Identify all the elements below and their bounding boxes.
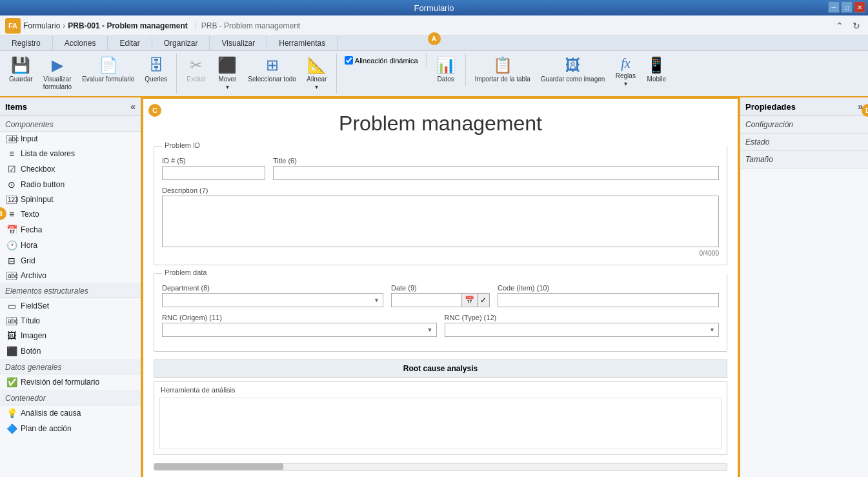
sidebar-item-grid[interactable]: ⊟ Grid [0, 253, 141, 269]
ribbon-group-visualizar: 📊 Datos [432, 54, 466, 86]
restore-button[interactable]: □ [841, 1, 853, 13]
mobile-button[interactable]: 📱 Mobile [642, 54, 671, 86]
description-label: Description (7) [162, 187, 719, 194]
sidebar-right-header: Propiedades » [740, 97, 868, 116]
grid-icon: ⊟ [6, 256, 17, 266]
collapse-breadcrumb-button[interactable]: ⌃ [833, 19, 846, 32]
sidebar-item-imagen-label: Imagen [21, 331, 46, 340]
breadcrumb-current: PRB-001 - Problem management [68, 21, 187, 30]
mobile-label: Mobile [647, 76, 666, 83]
sidebar-item-hora[interactable]: 🕐 Hora [0, 238, 141, 253]
sidebar-item-input[interactable]: abc Input [0, 132, 141, 146]
sidebar-item-archivo-label: Archivo [21, 271, 46, 280]
seleccionar-todo-button[interactable]: ⊞ Seleccionar todo [244, 54, 300, 86]
title-input[interactable] [273, 166, 719, 180]
input-icon: abc [6, 135, 17, 143]
id-label: ID # (5) [162, 157, 265, 165]
sidebar-item-boton-label: Botón [21, 347, 41, 356]
field-rnc-type: RNC (Type) (12) [445, 314, 720, 337]
date-clear-button[interactable]: ✓ [478, 293, 490, 307]
sidebar-item-imagen[interactable]: 🖼 Imagen [0, 328, 141, 343]
alineacion-dinamica-checkbox-wrap[interactable]: Alineación dinámica [345, 56, 418, 65]
breadcrumb-actions: ⌃ ↻ [833, 19, 863, 32]
root-cause-title: Root cause analysis [403, 364, 478, 373]
alinear-button[interactable]: 📐 Alinear▾ [303, 54, 331, 94]
configuracion-label: Configuración [745, 120, 793, 129]
tab-organizar[interactable]: Organizar [152, 36, 210, 50]
alineacion-dinamica-checkbox[interactable] [345, 56, 353, 65]
queries-button[interactable]: 🗄 Queries [141, 54, 171, 86]
sidebar-item-hora-label: Hora [21, 241, 37, 250]
sidebar-item-spininput[interactable]: 123 SpinInput [0, 192, 141, 207]
ribbon-group-registro: 💾 Guardar ▶ Visualizarformulario 📄 Evalu… [5, 54, 177, 94]
horizontal-scrollbar[interactable] [154, 463, 727, 471]
importar-tabla-label: Importar de la tabla [475, 76, 530, 83]
sidebar-item-texto[interactable]: ≡ Texto [0, 207, 141, 222]
section-datos-generales-title: Datos generales [0, 359, 141, 374]
tab-herramientas[interactable]: Herramientas [267, 36, 338, 50]
root-cause-header: Root cause analysis [154, 360, 727, 378]
sidebar-item-archivo[interactable]: abc Archivo [0, 269, 141, 283]
sidebar-item-plan-accion[interactable]: 🔷 Plan de acción [0, 421, 141, 436]
checkbox-icon: ☑ [6, 164, 17, 174]
evaluar-formulario-button[interactable]: 📄 Evaluar formulario [78, 54, 138, 86]
date-input[interactable] [391, 293, 462, 307]
sidebar-item-boton[interactable]: ⬛ Botón [0, 343, 141, 359]
sidebar-right-tamano[interactable]: Tamaño [740, 151, 868, 168]
scissors-icon: ✂ [190, 56, 203, 74]
ribbon-content: 💾 Guardar ▶ Visualizarformulario 📄 Evalu… [0, 51, 868, 96]
datos-label: Datos [438, 76, 454, 83]
rnc-type-select[interactable] [445, 323, 720, 337]
datos-icon: 📊 [436, 56, 456, 74]
ribbon-group-herramientas: 📋 Importar de la tabla 🖼 Guardar como im… [471, 54, 676, 90]
guardar-imagen-button[interactable]: 🖼 Guardar como imagen [537, 54, 609, 86]
id-input[interactable] [162, 166, 265, 180]
description-textarea[interactable] [162, 196, 719, 247]
excluir-button[interactable]: ✂ Excluir [182, 54, 210, 86]
department-select[interactable] [162, 293, 383, 307]
visualizar-formulario-button[interactable]: ▶ Visualizarformulario [39, 54, 76, 94]
analysis-content-area[interactable] [159, 398, 722, 449]
tab-visualizar[interactable]: Visualizar [210, 36, 267, 50]
form-canvas: C Problem management Problem ID ID # (5)… [142, 97, 739, 477]
tab-registro[interactable]: Registro [0, 36, 53, 50]
date-label: Date (9) [391, 284, 490, 292]
sidebar-item-fieldset[interactable]: ▭ FieldSet [0, 298, 141, 314]
section-contenedor-title: Contenedor [0, 390, 141, 405]
field-title: Title (6) [273, 157, 719, 180]
importar-tabla-button[interactable]: 📋 Importar de la tabla [471, 54, 534, 86]
sidebar-item-revision[interactable]: ✅ Revisión del formulario [0, 374, 141, 390]
datos-button[interactable]: 📊 Datos [432, 54, 460, 86]
tab-editar[interactable]: Editar [108, 36, 152, 50]
sidebar-item-checkbox[interactable]: ☑ Checkbox [0, 161, 141, 177]
reglas-button[interactable]: fx Reglas▾ [611, 54, 640, 90]
seleccionar-todo-label: Seleccionar todo [248, 76, 296, 83]
revision-icon: ✅ [6, 377, 17, 387]
mover-button[interactable]: ⬛ Mover▾ [213, 54, 241, 94]
rnc-type-select-wrap [445, 323, 720, 337]
rnc-origem-select[interactable] [162, 323, 437, 337]
sidebar-item-checkbox-label: Checkbox [21, 165, 55, 174]
date-calendar-button[interactable]: 📅 [462, 293, 478, 307]
sidebar-item-analisis[interactable]: 💡 Análisis de causa [0, 405, 141, 421]
sidebar-item-titulo[interactable]: abc Título [0, 314, 141, 328]
guardar-button[interactable]: 💾 Guardar [5, 54, 37, 86]
dept-date-code-row: Department (8) Date (9) 📅 ✓ [162, 284, 719, 307]
minimize-button[interactable]: ─ [828, 1, 840, 13]
code-input[interactable] [498, 293, 719, 307]
sidebar-item-radio-button[interactable]: ⊙ Radio button [0, 177, 141, 192]
app-icon: FA [5, 18, 21, 34]
boton-icon: ⬛ [6, 346, 17, 356]
tab-acciones[interactable]: Acciones [53, 36, 108, 50]
sidebar-item-fecha[interactable]: 📅 Fecha [0, 222, 141, 238]
sidebar-right-estado[interactable]: Estado [740, 134, 868, 151]
sidebar-left-collapse-button[interactable]: « [130, 101, 136, 112]
sidebar-item-input-label: Input [21, 134, 38, 143]
breadcrumb-sub: PRB - Problem management [196, 21, 300, 30]
sidebar-item-fieldset-label: FieldSet [21, 301, 49, 310]
excluir-label: Excluir [187, 76, 206, 83]
refresh-button[interactable]: ↻ [850, 19, 863, 32]
sidebar-right-configuracion[interactable]: Configuración [740, 116, 868, 134]
close-button[interactable]: ✕ [854, 1, 865, 13]
sidebar-item-lista-valores[interactable]: ≡ Lista de valores [0, 146, 141, 161]
